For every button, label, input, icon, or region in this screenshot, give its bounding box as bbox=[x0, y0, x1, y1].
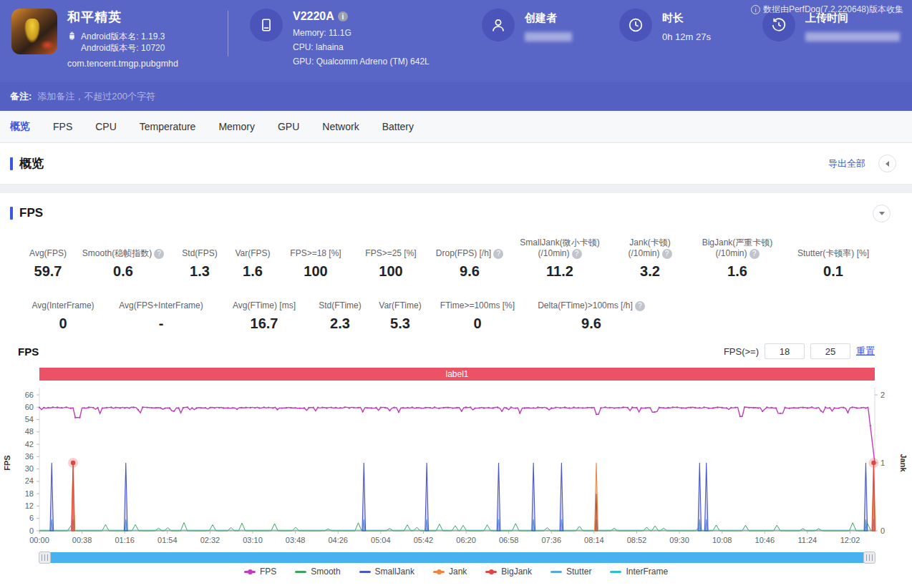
stat-label: Std(FTime) bbox=[314, 287, 367, 311]
device-model: V2220A bbox=[293, 10, 334, 23]
overview-collapse-button[interactable] bbox=[878, 155, 896, 172]
tab-memory[interactable]: Memory bbox=[218, 121, 255, 132]
svg-text:07:36: 07:36 bbox=[541, 536, 561, 544]
svg-text:01:16: 01:16 bbox=[115, 536, 135, 544]
chart-range-scrollbar[interactable] bbox=[39, 552, 875, 563]
fps-stats-row-2: Avg(InterFrame) 0 Avg(FPS+InterFrame) - … bbox=[0, 287, 912, 332]
legend-marker bbox=[244, 571, 256, 573]
stat-value: 0 bbox=[434, 315, 521, 332]
perfdog-version-note: i 数据由PerfDog(7.2.220648)版本收集 bbox=[751, 4, 903, 16]
stat-value: 100 bbox=[282, 263, 349, 280]
stat-value: - bbox=[107, 315, 215, 332]
stat-label: BigJank(严重卡顿) (/10min)? bbox=[694, 235, 780, 259]
export-all-link[interactable]: 导出全部 bbox=[828, 157, 865, 170]
stat-value: 2.3 bbox=[314, 315, 367, 332]
svg-text:60: 60 bbox=[25, 403, 34, 411]
stat-label: FTime>=100ms [%] bbox=[434, 287, 521, 311]
tab-fps[interactable]: FPS bbox=[53, 121, 72, 132]
stat-item: Avg(InterFrame) 0 bbox=[26, 287, 100, 332]
svg-text:36: 36 bbox=[25, 452, 34, 461]
fps-chart-svg[interactable]: 666054484236302418126021000:0000:3801:16… bbox=[0, 381, 912, 548]
svg-text:03:48: 03:48 bbox=[286, 536, 306, 544]
tab-network[interactable]: Network bbox=[322, 121, 359, 132]
tab-temperature[interactable]: Temperature bbox=[140, 121, 196, 132]
fps-collapse-button[interactable] bbox=[873, 205, 891, 222]
creator-block: 创建者 bbox=[482, 9, 602, 41]
svg-text:02:32: 02:32 bbox=[200, 536, 220, 544]
stat-label: Avg(FPS+InterFrame) bbox=[107, 287, 215, 311]
stat-value: 0 bbox=[26, 315, 100, 332]
svg-text:06:20: 06:20 bbox=[456, 536, 476, 544]
stat-label: Var(FTime) bbox=[374, 287, 427, 311]
help-icon[interactable]: ? bbox=[572, 249, 582, 259]
legend-item-smooth[interactable]: Smooth bbox=[295, 567, 340, 577]
grip-icon bbox=[866, 554, 873, 561]
legend-item-fps[interactable]: FPS bbox=[244, 567, 276, 577]
stat-item: Avg(FPS) 59.7 bbox=[26, 235, 70, 280]
stat-label: Var(FPS) bbox=[231, 235, 275, 259]
fps-section-title: FPS bbox=[19, 206, 43, 220]
svg-text:04:26: 04:26 bbox=[328, 536, 348, 544]
stat-item: Var(FTime) 5.3 bbox=[374, 287, 427, 332]
header: i 数据由PerfDog(7.2.220648)版本收集 和平精英 Androi… bbox=[0, 0, 912, 82]
legend-item-stutter[interactable]: Stutter bbox=[550, 567, 591, 577]
app-info-block: 和平精英 Android版本名: 1.19.3 Android版本号: 1072… bbox=[11, 9, 228, 69]
tab-cpu[interactable]: CPU bbox=[95, 121, 117, 132]
legend-label: Jank bbox=[449, 567, 467, 577]
svg-text:05:42: 05:42 bbox=[414, 536, 434, 544]
help-icon[interactable]: ? bbox=[154, 249, 164, 259]
stat-item: Smooth(稳帧指数)? 0.6 bbox=[77, 235, 169, 280]
stat-value: 0.1 bbox=[787, 263, 879, 280]
legend-item-interframe[interactable]: InterFrame bbox=[610, 567, 668, 577]
fps-threshold-input-2[interactable] bbox=[810, 343, 850, 359]
svg-text:66: 66 bbox=[25, 391, 34, 399]
help-icon[interactable]: ? bbox=[493, 249, 503, 259]
svg-text:6: 6 bbox=[29, 514, 34, 522]
legend-label: Stutter bbox=[566, 567, 591, 577]
upload-time-value-redacted bbox=[805, 32, 900, 41]
stat-item: Drop(FPS) [/h]? 9.6 bbox=[432, 235, 507, 280]
scrollbar-right-handle[interactable] bbox=[863, 552, 875, 564]
section-gap bbox=[0, 185, 912, 193]
legend-item-bigjank[interactable]: BigJank bbox=[485, 567, 532, 577]
fps-threshold-input-1[interactable] bbox=[765, 343, 805, 359]
legend-item-jank[interactable]: Jank bbox=[433, 567, 467, 577]
stat-value: 5.3 bbox=[374, 315, 427, 332]
stat-label: Delta(FTime)>100ms [/h]? bbox=[528, 287, 654, 311]
help-icon[interactable]: ? bbox=[662, 249, 672, 259]
scrollbar-left-handle[interactable] bbox=[39, 552, 51, 564]
stat-item: FTime>=100ms [%] 0 bbox=[434, 287, 521, 332]
svg-text:2: 2 bbox=[881, 391, 885, 399]
android-icon bbox=[67, 31, 77, 41]
legend-marker bbox=[485, 571, 497, 573]
stat-label: Avg(InterFrame) bbox=[26, 287, 100, 311]
legend-label: FPS bbox=[260, 567, 276, 577]
svg-text:00:00: 00:00 bbox=[29, 536, 49, 544]
svg-text:00:38: 00:38 bbox=[72, 536, 92, 544]
svg-text:08:14: 08:14 bbox=[584, 536, 604, 544]
stat-item: Std(FTime) 2.3 bbox=[314, 287, 367, 332]
device-info-block: V2220A i Memory: 11.1G CPU: lahaina GPU:… bbox=[250, 9, 465, 69]
svg-text:11:24: 11:24 bbox=[798, 536, 818, 544]
tab-battery[interactable]: Battery bbox=[382, 121, 414, 132]
stat-label: FPS>=18 [%] bbox=[282, 235, 349, 259]
phone-icon bbox=[250, 9, 283, 41]
app-name: 和平精英 bbox=[67, 9, 178, 26]
reset-link[interactable]: 重置 bbox=[856, 345, 875, 358]
remark-bar[interactable]: 备注: 添加备注，不超过200个字符 bbox=[0, 82, 912, 111]
help-icon[interactable]: ? bbox=[750, 249, 760, 259]
device-info-icon[interactable]: i bbox=[338, 11, 348, 21]
help-icon[interactable]: ? bbox=[635, 301, 645, 311]
info-icon: i bbox=[751, 5, 760, 14]
legend-marker bbox=[295, 571, 306, 573]
tab-gpu[interactable]: GPU bbox=[278, 121, 299, 132]
svg-text:1: 1 bbox=[881, 459, 885, 467]
chart-label-banner: label1 bbox=[39, 368, 875, 381]
tab-overview[interactable]: 概览 bbox=[10, 120, 30, 133]
fps-threshold-controls: FPS(>=) 重置 bbox=[724, 343, 875, 359]
stat-value: 0.6 bbox=[77, 263, 169, 280]
stat-value: 11.2 bbox=[514, 263, 606, 280]
legend-item-smalljank[interactable]: SmallJank bbox=[359, 567, 414, 577]
chart-title: FPS bbox=[18, 346, 39, 358]
stat-value: 3.2 bbox=[613, 263, 687, 280]
